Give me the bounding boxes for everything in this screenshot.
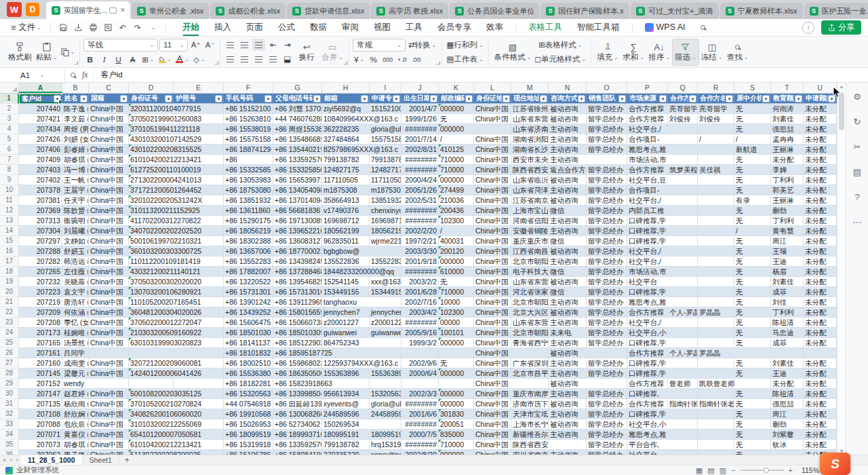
cell-B25[interactable]: 汤景然 (女) (62, 338, 89, 348)
cell-L28[interactable]: China中国 (474, 368, 511, 379)
cell-D26[interactable] (129, 348, 174, 358)
cell-C33[interactable]: China中国 (89, 419, 129, 430)
conditional-format-button[interactable]: ▧ 条件格式⌄ (492, 39, 534, 66)
cell-I32[interactable]: 244589596 (370, 409, 401, 419)
cell-A2[interactable]: 207440 (19, 104, 62, 114)
cell-N22[interactable]: 被动咨询 (549, 307, 587, 318)
cell-R19[interactable] (698, 277, 734, 287)
cell-I31[interactable]: gloria@uki (370, 399, 401, 409)
cell-Q34[interactable] (668, 430, 698, 440)
cell-B18[interactable]: 左佳薇 (女) (62, 267, 89, 277)
cell-B31[interactable]: 杨欣雨 (女) (62, 399, 89, 409)
cell-I28[interactable]: 155363896 (370, 368, 401, 379)
cell-O20[interactable]: 留学总经办 (587, 287, 627, 297)
cell-Q5[interactable] (668, 134, 698, 145)
cell-O8[interactable]: 留学总经办 (587, 165, 627, 175)
cell-Q22[interactable]: 个人-罗晶 (668, 307, 698, 318)
cell-M26[interactable] (511, 348, 549, 358)
filter-dropdown-icon[interactable]: ▾ (726, 95, 733, 102)
cell-O15[interactable]: 留学总经办 (587, 236, 627, 246)
header-cell-K[interactable]: 邮政编码▾ (439, 94, 474, 104)
cell-R29[interactable]: 凯联曾老师 (698, 379, 734, 389)
cell-K9[interactable]: 000000 (439, 175, 474, 185)
cell-F18[interactable]: +86 17882007 (224, 267, 273, 277)
cell-I23[interactable]: z20001227 (370, 318, 401, 328)
percent-button[interactable]: % (367, 54, 380, 66)
cell-L26[interactable]: China中国 (474, 348, 511, 358)
cell-U16[interactable]: 未分配 (804, 246, 837, 256)
cell-D28[interactable]: 142401200006041426 (129, 368, 174, 379)
cell-T35[interactable]: 钦冰 (771, 440, 804, 450)
cell-Q20[interactable] (668, 287, 698, 297)
cell-Q19[interactable] (668, 277, 698, 287)
cell-M7[interactable]: 西安市未央 (511, 155, 549, 165)
cell-D12[interactable]: 310113200211152925 (129, 206, 174, 216)
thousands-button[interactable]: 000 (381, 54, 394, 66)
add-sheet-button[interactable]: + (119, 455, 135, 465)
cell-B10[interactable]: 王晨宇 (男) (62, 185, 89, 195)
cell-K10[interactable]: 274499 (439, 185, 474, 195)
cell-I20[interactable]: 153449155 (370, 287, 401, 297)
cell-J10[interactable]: 2005/1/26 (401, 185, 439, 195)
cell-N2[interactable]: 被动咨询 (549, 104, 587, 114)
next-sheet-icon[interactable]: › (16, 457, 18, 463)
cell-C24[interactable]: China中国 (89, 328, 129, 338)
quickbar-chevron-icon[interactable]: ⌄ (146, 21, 160, 35)
row-header-27[interactable]: 27 (0, 358, 19, 368)
cell-F7[interactable]: +86 (224, 155, 273, 165)
cell-K29[interactable] (439, 379, 474, 389)
column-header-H[interactable]: H (322, 83, 370, 93)
cell-Q15[interactable] (668, 236, 698, 246)
cell-T3[interactable]: 刘素佳 (771, 114, 804, 124)
cell-T11[interactable]: 王丽淋 (771, 195, 804, 206)
cell-C23[interactable]: China中国 (89, 318, 129, 328)
cell-B27[interactable]: 成雨雯 (女) (62, 358, 89, 368)
cell-N7[interactable]: 主动咨询 (549, 155, 587, 165)
cell-T2[interactable]: 何雨涛 (771, 104, 804, 114)
cell-A33[interactable]: 207088 (19, 419, 62, 430)
column-header-U[interactable]: U (804, 83, 837, 93)
cell-F21[interactable]: +86 13901242 (224, 297, 273, 307)
print-preview-icon[interactable] (101, 21, 115, 35)
cell-G15[interactable]: +86 13608312765 (273, 236, 322, 246)
cell-H7[interactable]: 799138782 (322, 155, 370, 165)
cell-P7[interactable]: 市场活动,市 (627, 155, 668, 165)
cell-S6[interactable]: 新航道 (734, 145, 771, 155)
cell-U31[interactable]: 未分配 (804, 399, 837, 409)
row-header-14[interactable]: 14 (0, 226, 19, 236)
cell-P10[interactable]: 合作项目- (627, 185, 668, 195)
cell-T5[interactable]: 孟冉冉 (771, 134, 804, 145)
cell-J27[interactable]: 2002/9/6 (401, 358, 439, 368)
wrap-text-button[interactable]: ↩ 换行 (294, 39, 319, 66)
menu-table-tools[interactable]: 表格工具 (521, 19, 570, 37)
document-tab[interactable]: S公务员国企事业单位 (450, 3, 539, 19)
cell-B32[interactable]: 舒欣娴 (女) (62, 409, 89, 419)
cell-D17[interactable]: 110112200109181419 (129, 256, 174, 267)
header-cell-F[interactable]: 手机号码▾ (224, 94, 273, 104)
cell-H10[interactable]: m1875308 (322, 185, 370, 195)
cell-H2[interactable]: ziyi5692@q (322, 104, 370, 114)
cell-R30[interactable] (698, 389, 734, 399)
row-header-24[interactable]: 24 (0, 328, 19, 338)
italic-button[interactable]: I (98, 54, 111, 66)
document-tab[interactable]: S贷款申请信息.xlsx (287, 3, 370, 19)
worksheet-button[interactable]: ▤ 工作表⌄ (446, 53, 485, 65)
cell-B24[interactable]: 桂婉唯 (女) (62, 328, 89, 338)
cell-U27[interactable]: 未分配 (804, 358, 837, 368)
cell-H8[interactable]: 124827175 (322, 165, 370, 175)
cell-H18[interactable]: 18448233200000@qq (322, 267, 370, 277)
cell-T30[interactable]: 陈祖清 (771, 389, 804, 399)
cell-A16[interactable]: 207288 (19, 246, 62, 256)
cell-F10[interactable]: +86 18753080 (224, 185, 273, 195)
filter-button-ribbon[interactable]: 筛选⌄ (672, 39, 699, 66)
cell-K23[interactable]: 00000 (439, 318, 474, 328)
cell-U5[interactable]: 未分配 (804, 134, 837, 145)
cell-N33[interactable]: 被动咨询 (549, 419, 587, 430)
cell-K18[interactable]: 610000 (439, 267, 474, 277)
cell-L5[interactable]: China中国 (474, 134, 511, 145)
row-header-26[interactable]: 26 (0, 348, 19, 358)
cell-J2[interactable]: 2001/4/7 (401, 104, 439, 114)
cell-F36[interactable]: +86 15106786 (224, 450, 273, 455)
row-header-12[interactable]: 12 (0, 206, 19, 216)
cell-C13[interactable]: China中国 (89, 216, 129, 226)
